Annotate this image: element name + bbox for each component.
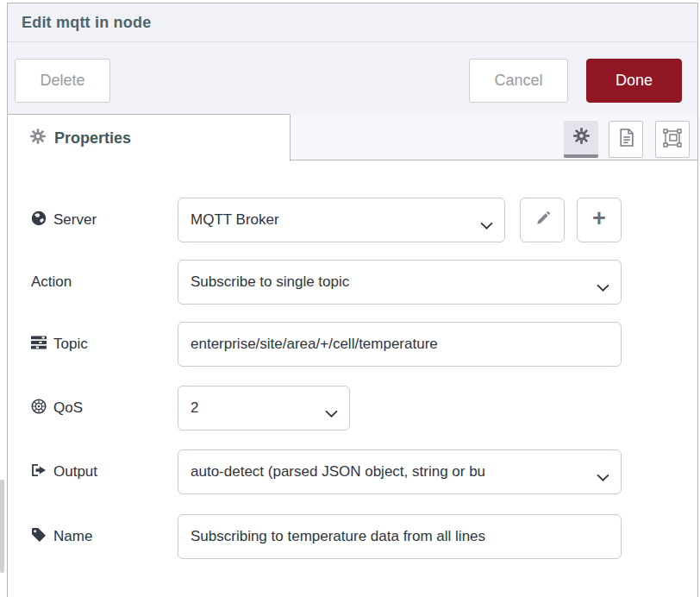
topic-input[interactable] xyxy=(178,323,621,366)
plus-icon: + xyxy=(592,207,606,230)
action-label: Action xyxy=(31,260,72,305)
chevron-down-icon xyxy=(597,468,609,486)
gear-icon xyxy=(573,128,590,148)
topic-label: Topic xyxy=(31,322,88,367)
output-select[interactable]: auto-detect (parsed JSON object, string … xyxy=(178,449,622,494)
sign-out-icon xyxy=(31,463,47,481)
empire-icon xyxy=(31,399,47,418)
qos-label: QoS xyxy=(31,386,83,430)
dialog-toolbar: Delete Cancel Done xyxy=(8,42,697,114)
delete-button[interactable]: Delete xyxy=(15,59,110,103)
tasks-icon xyxy=(31,336,47,354)
description-icon xyxy=(618,129,634,150)
output-select-value: auto-detect (parsed JSON object, string … xyxy=(191,463,590,481)
server-select-value: MQTT Broker xyxy=(191,211,473,229)
chevron-down-icon xyxy=(480,217,493,234)
server-select[interactable]: MQTT Broker xyxy=(178,198,505,242)
qos-row: QoS 2 xyxy=(8,386,697,430)
topic-row: Topic xyxy=(8,322,697,367)
done-button[interactable]: Done xyxy=(586,59,682,103)
cancel-button[interactable]: Cancel xyxy=(469,59,568,103)
action-select-value: Subscribe to single topic xyxy=(191,273,590,291)
output-row: Output auto-detect (parsed JSON object, … xyxy=(8,449,697,494)
topic-field-wrap xyxy=(178,322,622,367)
editor-canvas-edge xyxy=(0,0,7,597)
properties-tab-button[interactable] xyxy=(564,121,598,158)
dialog-header: Edit mqtt in node xyxy=(8,3,697,42)
edit-server-button[interactable] xyxy=(520,198,565,242)
qos-select[interactable]: 2 xyxy=(178,386,350,430)
tab-bar: Properties xyxy=(8,114,697,160)
name-input[interactable] xyxy=(178,515,621,558)
tab-properties-label: Properties xyxy=(54,129,131,148)
name-field-wrap xyxy=(178,514,622,559)
name-row: Name xyxy=(8,514,697,559)
qos-select-value: 2 xyxy=(191,399,318,417)
canvas-scrollbar[interactable] xyxy=(0,480,4,573)
server-row: Server MQTT Broker + xyxy=(8,198,697,242)
edit-node-dialog: Edit mqtt in node Delete Cancel Done xyxy=(7,3,698,597)
tab-properties[interactable]: Properties xyxy=(7,114,291,161)
description-tab-button[interactable] xyxy=(609,121,643,158)
chevron-down-icon xyxy=(325,405,338,422)
output-label: Output xyxy=(31,449,97,494)
appearance-tab-button[interactable] xyxy=(655,121,690,158)
properties-form: Server MQTT Broker + A xyxy=(8,160,697,597)
dialog-title: Edit mqtt in node xyxy=(22,14,151,32)
tag-icon xyxy=(31,527,47,547)
action-select[interactable]: Subscribe to single topic xyxy=(178,260,622,305)
chevron-down-icon xyxy=(597,279,609,296)
gear-icon xyxy=(30,129,46,148)
pencil-icon xyxy=(535,211,550,229)
add-server-button[interactable]: + xyxy=(577,198,622,242)
action-row: Action Subscribe to single topic xyxy=(8,260,697,305)
appearance-icon xyxy=(663,129,682,151)
server-label: Server xyxy=(31,198,97,242)
globe-icon xyxy=(31,211,47,230)
name-label: Name xyxy=(31,514,92,559)
